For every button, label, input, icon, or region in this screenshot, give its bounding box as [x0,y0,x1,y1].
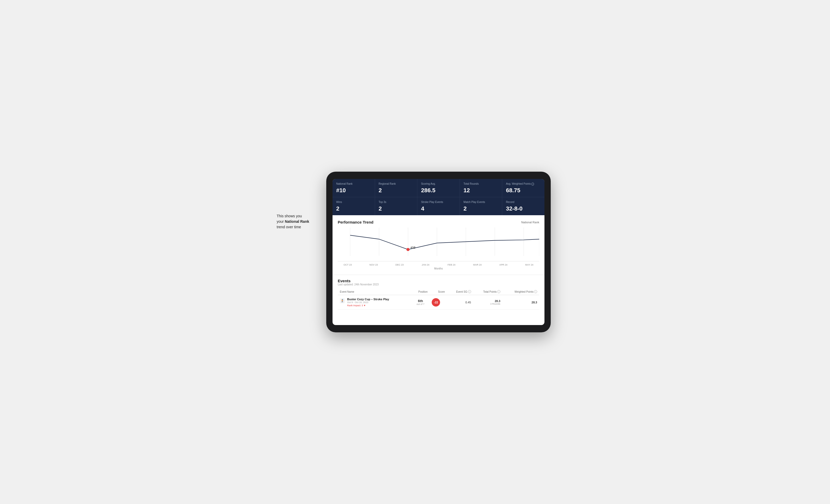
performance-chart: #10 [338,228,539,261]
event-sg: 0.45 [447,295,473,310]
perf-label: National Rank [521,221,539,224]
tablet-screen: National Rank #10 Regional Rank 2 Scorin… [332,179,544,325]
tablet-device: National Rank #10 Regional Rank 2 Scorin… [326,172,551,332]
svg-point-9 [406,248,410,251]
event-weighted-points: 28.3 [503,295,539,310]
x-axis-title: Months [338,267,539,272]
score-badge: -22 [432,298,440,306]
stat-match-play-events: Match Play Events 2 [460,197,502,215]
perf-header: Performance Trend National Rank [338,220,539,224]
x-axis-labels: OCT 23 NOV 23 DEC 23 JAN 24 FEB 24 MAR 2… [338,262,539,266]
svg-text:#10: #10 [411,246,415,249]
stat-total-rounds: Total Rounds 12 [460,179,502,197]
event-icon: 🏌 [340,298,345,303]
event-score: -22 [429,295,447,310]
stat-top3s: Top 3s 2 [375,197,417,215]
stat-scoring-avg: Scoring Avg. 286.5 [417,179,459,197]
stat-regional-rank: Regional Rank 2 [375,179,417,197]
stats-row-1: National Rank #10 Regional Rank 2 Scorin… [332,179,544,197]
events-section: Events Last updated: 24th November 2023 … [332,275,544,313]
event-total-points: 28.3 3 Rounds [473,295,503,310]
stat-national-rank: National Rank #10 [332,179,375,197]
col-total-points: Total Points i [473,289,503,295]
stats-row-2: Wins 2 Top 3s 2 Stroke Play Events 4 Mat… [332,197,544,215]
event-position: 6th out of 7 [411,295,430,310]
event-name-cell: 🏌 Buster Cozy Cup – Stroke Play Oct 9 - … [338,295,411,310]
event-name-main: Buster Cozy Cup – Stroke Play [347,298,389,301]
rank-impact: Rank Impact: 3 ▼ [347,304,389,307]
chart-svg: #10 [338,228,539,261]
col-event-name: Event Name [338,289,411,295]
scene: This shows you your National Rank trend … [277,172,553,332]
col-score: Score [429,289,447,295]
events-title: Events [338,279,539,283]
table-row: 🏌 Buster Cozy Cup – Stroke Play Oct 9 - … [338,295,539,310]
performance-trend-section: Performance Trend National Rank [332,215,544,275]
event-date: Oct 9 - Oct 10, 2023 [347,301,389,304]
col-position: Position [411,289,430,295]
stat-wins: Wins 2 [332,197,375,215]
perf-title: Performance Trend [338,220,374,224]
events-table: Event Name Position Score Event SG i Tot… [338,289,539,310]
col-weighted-points: Weighted Points i [503,289,539,295]
annotation-text: This shows you your National Rank trend … [277,213,329,230]
stat-avg-weighted-points: Avg. Weighted Points i 68.75 [502,179,544,197]
events-table-header-row: Event Name Position Score Event SG i Tot… [338,289,539,295]
events-last-updated: Last updated: 24th November 2023 [338,283,539,286]
stat-stroke-play-events: Stroke Play Events 4 [417,197,459,215]
stat-record: Record 32-8-0 [502,197,544,215]
col-event-sg: Event SG i [447,289,473,295]
